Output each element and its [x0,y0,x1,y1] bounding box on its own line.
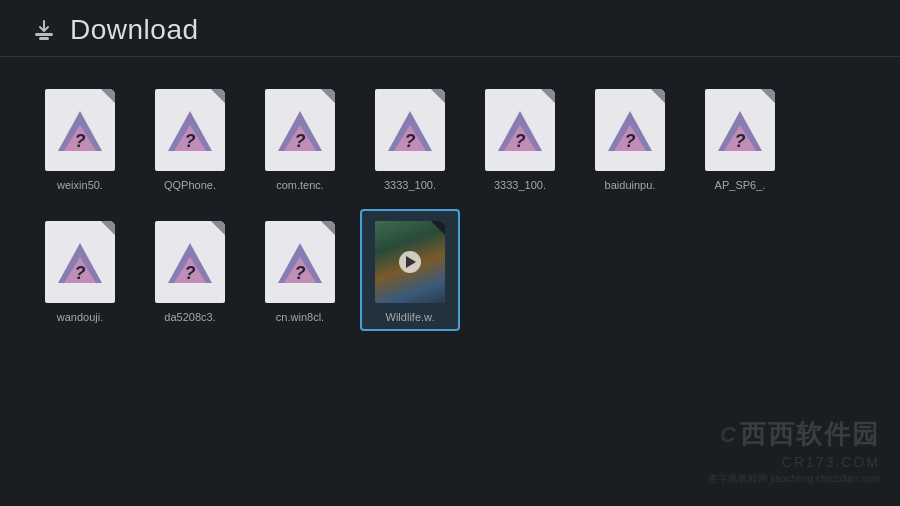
file-icon: ? [40,217,120,307]
file-icon: ? [260,217,340,307]
file-label: wandouji. [35,311,125,323]
svg-text:?: ? [185,131,196,151]
file-item[interactable]: ? wandouji. [30,209,130,331]
file-page: ? [155,89,225,171]
video-preview [375,221,445,303]
file-label: Wildlife.w. [365,311,455,323]
file-label: 3333_100. [365,179,455,191]
file-content: ? [265,89,335,171]
file-label: com.tenc. [255,179,345,191]
file-label: 3333_100. [475,179,565,191]
file-icon: ? [260,85,340,175]
file-item[interactable]: ? da5208c3. [140,209,240,331]
file-item[interactable]: ? 3333_100. [360,77,460,199]
file-icon: ? [480,85,560,175]
file-page: ? [45,221,115,303]
file-icon: ? [40,85,120,175]
file-label: da5208c3. [145,311,235,323]
file-label: weixin50. [35,179,125,191]
file-content: ? [45,89,115,171]
file-label: AP_SP6_. [695,179,785,191]
header: Download [0,0,900,57]
file-item[interactable]: Wildlife.w. [360,209,460,331]
file-icon: ? [700,85,780,175]
file-content: ? [595,89,665,171]
file-icon: ? [150,85,230,175]
play-icon [399,251,421,273]
svg-rect-0 [35,33,53,36]
svg-text:?: ? [75,131,86,151]
file-content: ? [265,221,335,303]
download-icon [30,16,58,44]
file-content: ? [45,221,115,303]
file-page: ? [485,89,555,171]
file-item[interactable]: ? QQPhone. [140,77,240,199]
file-item[interactable]: ? cn.win8cl. [250,209,350,331]
file-icon: ? [370,85,450,175]
svg-text:?: ? [185,263,196,283]
file-icon [370,217,450,307]
watermark-site: 查字典教程网 jiaocheng.chazidian.com [708,472,880,486]
page-title: Download [70,14,199,46]
file-content: ? [375,89,445,171]
file-page: ? [595,89,665,171]
svg-rect-1 [39,37,49,40]
file-item[interactable]: ? com.tenc. [250,77,350,199]
file-page: ? [375,89,445,171]
file-item[interactable]: ? 3333_100. [470,77,570,199]
svg-text:?: ? [735,131,746,151]
svg-text:?: ? [295,131,306,151]
svg-text:?: ? [295,263,306,283]
file-item[interactable]: ? weixin50. [30,77,130,199]
file-grid: ? weixin50. [0,57,900,351]
file-label: QQPhone. [145,179,235,191]
file-item[interactable]: ? baiduinpu. [580,77,680,199]
file-content: ? [705,89,775,171]
file-page: ? [45,89,115,171]
file-label: baiduinpu. [585,179,675,191]
watermark-url: CR173.COM [782,454,880,470]
file-content: ? [155,89,225,171]
file-page: ? [705,89,775,171]
file-icon: ? [150,217,230,307]
file-page: ? [155,221,225,303]
file-label: cn.win8cl. [255,311,345,323]
file-content: ? [485,89,555,171]
svg-text:?: ? [515,131,526,151]
svg-text:?: ? [405,131,416,151]
file-item[interactable]: ? AP_SP6_. [690,77,790,199]
file-page: ? [265,221,335,303]
file-page: ? [265,89,335,171]
svg-text:?: ? [75,263,86,283]
video-thumbnail [375,221,445,303]
file-icon: ? [590,85,670,175]
watermark: C 西西软件园 CR173.COM 查字典教程网 jiaocheng.chazi… [708,417,880,486]
file-content: ? [155,221,225,303]
svg-text:?: ? [625,131,636,151]
